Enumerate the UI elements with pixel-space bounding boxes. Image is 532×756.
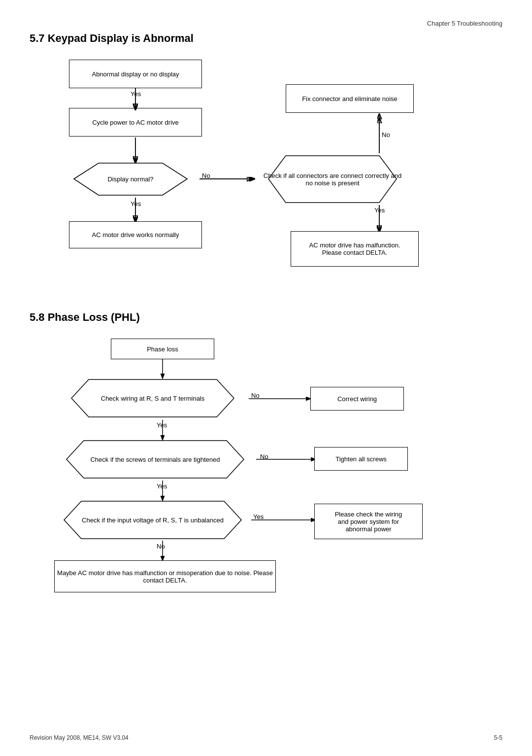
no2-text-57: No (382, 131, 390, 138)
display-normal-diamond: Display normal? (59, 161, 202, 198)
check-voltage-label: Check if the input voltage of R, S, T is… (72, 514, 233, 527)
section-57-label: 5.7 Keypad Display is Abnormal (30, 32, 194, 44)
no2-label-57: No (382, 131, 390, 138)
yes1-text-58: Yes (157, 421, 167, 429)
check-voltage-hex: Check if the input voltage of R, S, T is… (47, 499, 259, 541)
yes2-text-58: Yes (157, 482, 167, 490)
cycle-power-box: Cycle power to AC motor drive (69, 108, 202, 137)
footer-right-text: 5-5 (494, 734, 502, 741)
check-wiring-hex: Check wiring at R, S and T terminals (54, 377, 251, 419)
fix-connector-label: Fix connector and eliminate noise (302, 95, 398, 103)
yes1-label-58: Yes (157, 421, 167, 429)
yes1-label-57: Yes (131, 90, 141, 98)
works-normally-label: AC motor drive works normally (92, 231, 179, 239)
check-connectors-label: Check if all connectors are connect corr… (251, 169, 414, 190)
footer-left: Revision May 2008, ME14, SW V3.04 (30, 734, 129, 741)
yes2-label-57: Yes (131, 200, 141, 207)
no1-text-57: No (202, 172, 210, 179)
tighten-screws-box: Tighten all screws (314, 447, 408, 471)
correct-wiring-label: Correct wiring (337, 395, 377, 403)
flowchart-57: Abnormal display or no display Yes Cycle… (30, 55, 502, 291)
footer-right: 5-5 (494, 734, 502, 741)
check-connectors-box: Check if all connectors are connect corr… (251, 153, 414, 205)
phase-loss-box: Phase loss (111, 339, 214, 359)
yes3-text-57: Yes (374, 206, 385, 214)
start-label-57: Abnormal display or no display (92, 70, 179, 78)
footer-left-text: Revision May 2008, ME14, SW V3.04 (30, 734, 129, 741)
yes1-text-57: Yes (131, 90, 141, 98)
yes3-label-57: Yes (374, 206, 385, 214)
no3-label-58: No (157, 543, 165, 550)
check-screws-label: Check if the screws of terminals are tig… (80, 453, 230, 466)
works-normally-box: AC motor drive works normally (69, 221, 202, 248)
phase-loss-label: Phase loss (147, 345, 178, 353)
no1-text-58: No (251, 392, 260, 399)
check-wiring-label: Check wiring at R, S and T terminals (91, 392, 215, 405)
malfunction-box-57: AC motor drive has malfunction. Please c… (291, 231, 419, 267)
yes2-text-57: Yes (131, 200, 141, 207)
display-normal-label: Display normal? (98, 172, 163, 186)
no1-label-57: No (202, 172, 210, 179)
please-check-label: Please check the wiring and power system… (335, 511, 402, 533)
yes2-label-58: Yes (157, 482, 167, 490)
chapter-title: Chapter 5 Troubleshooting (427, 20, 502, 27)
check-screws-hex: Check if the screws of terminals are tig… (49, 438, 261, 481)
fix-connector-box: Fix connector and eliminate noise (286, 84, 414, 113)
no2-label-58: No (260, 453, 268, 460)
section-58-title: 5.8 Phase Loss (PHL) (30, 311, 502, 324)
yes3-label-58: Yes (253, 513, 264, 520)
no3-text-58: No (157, 543, 165, 550)
section-58-label: 5.8 Phase Loss (PHL) (30, 311, 140, 323)
yes3-text-58: Yes (253, 513, 264, 520)
tighten-screws-label: Tighten all screws (335, 455, 387, 463)
correct-wiring-box: Correct wiring (310, 387, 404, 411)
malfunction-label-57: AC motor drive has malfunction. Please c… (309, 241, 400, 256)
start-box-57: Abnormal display or no display (69, 60, 202, 88)
malfunction-box-58: Maybe AC motor drive has malfunction or … (54, 560, 276, 592)
chapter-header: Chapter 5 Troubleshooting (30, 20, 502, 27)
no1-label-58: No (251, 392, 260, 399)
no2-text-58: No (260, 453, 268, 460)
flowchart-58: Phase loss Check wiring at R, S and T te… (30, 334, 502, 629)
malfunction-label-58: Maybe AC motor drive has malfunction or … (55, 569, 275, 584)
please-check-box: Please check the wiring and power system… (314, 504, 423, 539)
section-57-title: 5.7 Keypad Display is Abnormal (30, 32, 502, 45)
cycle-power-label: Cycle power to AC motor drive (92, 119, 179, 126)
